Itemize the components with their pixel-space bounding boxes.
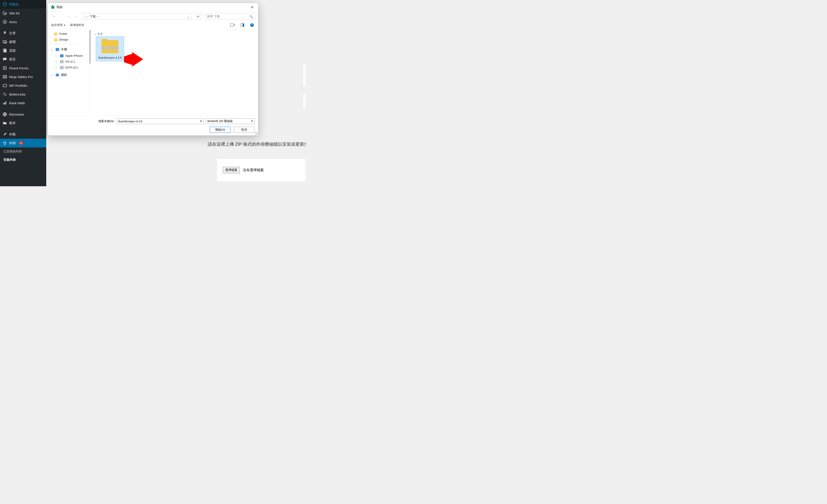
sidebar-item-betterlinks[interactable]: BetterLinks xyxy=(0,90,46,99)
folder-icon xyxy=(54,38,57,41)
chart-icon xyxy=(3,101,7,105)
address-dropdown-icon[interactable]: ⌄ xyxy=(187,15,189,18)
dialog-bottom: 檔案名稱(N): 開啟(O) 取消 xyxy=(48,115,258,136)
view-mode-button[interactable]: ▼ xyxy=(230,22,235,28)
svg-rect-5 xyxy=(4,49,7,52)
sidebar-item-astra[interactable]: Astra xyxy=(0,17,46,26)
sidebar-label: Astra xyxy=(9,20,17,24)
sidebar-item-sitekit[interactable]: Site Kit xyxy=(0,9,46,17)
tree-drive-c[interactable]: ›OS (C:) xyxy=(49,59,88,64)
sidebar-label: Site Kit xyxy=(9,11,20,15)
svg-rect-6 xyxy=(3,66,6,69)
scrollbar[interactable] xyxy=(89,30,91,64)
sidebar-item-plugins[interactable]: 外掛6 xyxy=(0,139,46,147)
sidebar-item-dashboard[interactable]: 控制台 xyxy=(0,0,46,9)
notice-card-rating: favor and give it a 5-star rating xyxy=(303,63,305,87)
file-open-dialog: 開啟 ✕ ← → ⌄ ↑ ↓ › 下載 › ⌄ ⟳ 搜尋 下載 🔍 組合管理 ▼… xyxy=(48,3,258,136)
network-icon xyxy=(56,73,59,77)
address-bar[interactable]: ↓ › 下載 › ⌄ xyxy=(83,13,191,20)
tree-this-pc[interactable]: ⌄本機 xyxy=(49,46,88,53)
table-icon xyxy=(3,74,7,79)
sidebar-item-fluentforms[interactable]: Fluent Forms xyxy=(0,64,46,72)
svg-rect-12 xyxy=(5,115,6,115)
drive-icon xyxy=(60,60,63,63)
sidebar-sub-add-plugin[interactable]: 安裝外掛 xyxy=(0,156,46,164)
open-button[interactable]: 開啟(O) xyxy=(210,127,231,133)
comment-icon xyxy=(3,57,7,61)
dialog-titlebar[interactable]: 開啟 ✕ xyxy=(48,3,258,11)
dialog-title: 開啟 xyxy=(56,5,63,9)
sidebar-item-elementor[interactable]: Elementor xyxy=(0,110,46,119)
nav-up-button[interactable]: ↑ xyxy=(73,13,79,19)
dialog-toolbar: 組合管理 ▼ 新增資料夾 ▼ ? xyxy=(48,21,258,29)
file-name-label: fluentformpro-4.3.8 xyxy=(97,56,123,60)
search-input[interactable]: 搜尋 下載 🔍 xyxy=(205,13,255,20)
file-list-pane[interactable]: ⌄ 今天 fluentformpro-4.3.8 xyxy=(89,29,258,115)
new-folder-button[interactable]: 新增資料夾 xyxy=(70,23,84,27)
tree-iphone[interactable]: ›Apple iPhone xyxy=(49,53,88,59)
sidebar-item-appearance[interactable]: 外觀 xyxy=(0,130,46,139)
download-arrow-icon: ↓ xyxy=(85,15,86,18)
update-badge: 6 xyxy=(19,141,23,145)
choose-file-button[interactable]: 選擇檔案 xyxy=(223,167,240,173)
tree-folder-guitar[interactable]: Guitar xyxy=(49,31,88,37)
drive-icon xyxy=(60,66,63,69)
notice-card-satisfied: o and you are satisfied with th xyxy=(303,93,305,109)
refresh-button[interactable]: ⟳ xyxy=(195,13,201,20)
cancel-button[interactable]: 取消 xyxy=(234,127,255,133)
file-fluentformpro-zip[interactable]: fluentformpro-4.3.8 xyxy=(96,37,124,61)
nav-forward-button[interactable]: → xyxy=(58,13,64,19)
tree-network[interactable]: ›網路 xyxy=(49,72,88,78)
search-placeholder: 搜尋 下載 xyxy=(207,15,220,18)
sidebar-item-posts[interactable]: 文章 xyxy=(0,29,46,38)
elementor-icon xyxy=(3,112,7,116)
help-button[interactable]: ? xyxy=(249,22,255,28)
sidebar-label: Ninja Tables Pro xyxy=(9,75,33,79)
sidebar-sub-installed-plugins[interactable]: 已安裝的外掛 xyxy=(0,147,46,156)
sidebar-label: 外掛 xyxy=(9,141,16,145)
sidebar-label: 文章 xyxy=(9,31,16,35)
zip-file-icon xyxy=(100,39,120,55)
preview-pane-button[interactable] xyxy=(240,22,245,28)
sidebar-item-media[interactable]: 媒體 xyxy=(0,38,46,46)
chevron-right-icon: › xyxy=(55,60,57,63)
filename-input[interactable] xyxy=(117,118,204,124)
nav-recent-dropdown[interactable]: ⌄ xyxy=(66,13,72,19)
chevron-down-icon: ▼ xyxy=(63,24,66,27)
search-icon: 🔍 xyxy=(249,15,253,18)
chevron-down-icon: ⌄ xyxy=(94,32,96,36)
edge-icon xyxy=(51,5,55,9)
upload-form: 選擇檔案 沒有選擇檔案 立即安裝 xyxy=(216,158,305,182)
sidebar-item-pages[interactable]: 頁面 xyxy=(0,46,46,55)
tree-drive-d[interactable]: ›DATA (D:) xyxy=(49,64,88,70)
sidebar-item-ninjatables[interactable]: Ninja Tables Pro xyxy=(0,72,46,81)
media-icon xyxy=(3,40,7,44)
organize-menu[interactable]: 組合管理 ▼ xyxy=(51,23,66,27)
svg-marker-19 xyxy=(124,52,143,67)
dialog-nav: ← → ⌄ ↑ ↓ › 下載 › ⌄ ⟳ 搜尋 下載 🔍 xyxy=(48,11,258,21)
nav-back-button[interactable]: ← xyxy=(51,13,57,19)
sidebar-item-comments[interactable]: 留言 xyxy=(0,55,46,64)
svg-text:?: ? xyxy=(251,23,253,27)
breadcrumb-downloads[interactable]: 下載 xyxy=(90,15,96,18)
upload-heading: 請在這裡上傳 ZIP 格式的外掛壓縮檔以安裝或更新外掛。 xyxy=(208,141,305,147)
sidebar-item-templates[interactable]: 範本 xyxy=(0,119,46,128)
sidebar-item-wpportfolio[interactable]: WP Portfolio xyxy=(0,81,46,90)
dialog-close-button[interactable]: ✕ xyxy=(248,4,256,10)
sidebar-label: 控制台 xyxy=(9,2,19,6)
link-icon xyxy=(3,92,7,96)
svg-rect-10 xyxy=(5,113,6,114)
pc-icon xyxy=(56,48,59,51)
astra-icon xyxy=(3,19,7,24)
sidebar-item-rankmath[interactable]: Rank Math xyxy=(0,99,46,107)
resize-grip[interactable] xyxy=(255,132,257,135)
svg-point-3 xyxy=(4,41,5,42)
filetype-select[interactable] xyxy=(206,118,255,124)
portfolio-icon xyxy=(3,83,7,88)
pin-icon xyxy=(3,31,7,35)
sidebar-label: WP Portfolio xyxy=(9,84,27,88)
no-file-label: 沒有選擇檔案 xyxy=(243,168,264,172)
tree-folder-design[interactable]: Design xyxy=(49,37,88,43)
navigation-tree[interactable]: Guitar Design ⌄本機 ›Apple iPhone ›OS (C:)… xyxy=(48,29,89,115)
annotation-red-arrow xyxy=(124,52,143,67)
